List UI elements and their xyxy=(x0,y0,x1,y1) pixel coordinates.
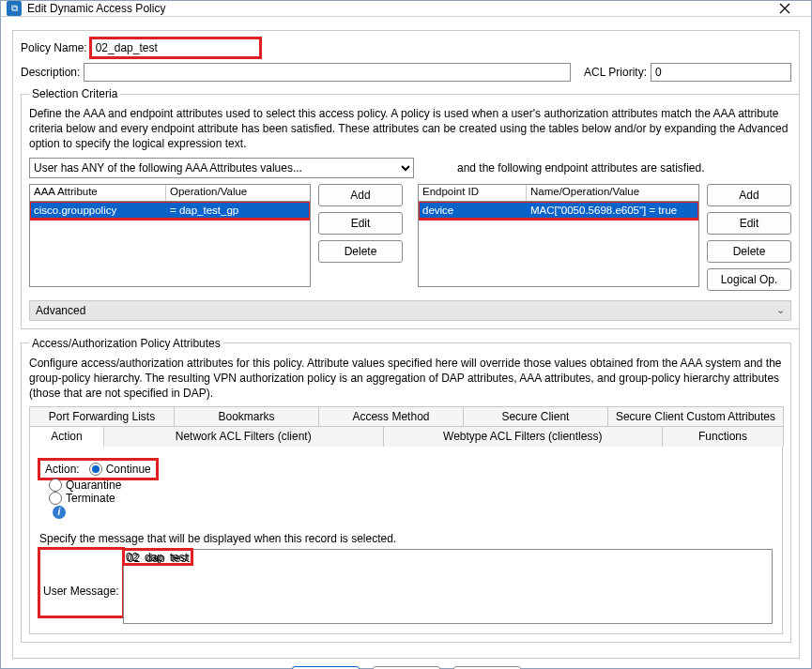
aaa-col-operation: Operation/Value xyxy=(166,185,310,201)
endpoint-logical-op-button[interactable]: Logical Op. xyxy=(707,268,791,291)
user-message-label: User Message: xyxy=(39,549,123,616)
dialog-footer: OK Cancel Help xyxy=(1,666,811,669)
subtab-row2: Action Network ACL Filters (client) Webt… xyxy=(29,426,783,447)
aaa-table-block: AAA Attribute Operation/Value cisco.grou… xyxy=(29,184,403,291)
dialog-window: ⧉ Edit Dynamic Access Policy Policy Name… xyxy=(0,0,812,669)
tab-bookmarks[interactable]: Bookmarks xyxy=(174,406,319,426)
subtab-row1: Port Forwarding Lists Bookmarks Access M… xyxy=(29,406,783,426)
advanced-toggle[interactable]: Advanced ⌄ xyxy=(29,300,791,321)
endpoint-delete-button[interactable]: Delete xyxy=(707,240,791,263)
radio-terminate-label: Terminate xyxy=(66,492,115,505)
endpoint-cell-val: MAC["0050.5698.e605"] = true xyxy=(527,204,698,217)
close-button[interactable] xyxy=(764,1,805,16)
policy-name-input[interactable] xyxy=(91,38,260,57)
endpoint-button-column: Add Edit Delete Logical Op. xyxy=(707,184,791,291)
aaa-attribute-table[interactable]: AAA Attribute Operation/Value cisco.grou… xyxy=(29,184,311,287)
aaa-table-header: AAA Attribute Operation/Value xyxy=(30,185,310,202)
action-label: Action: xyxy=(45,463,80,476)
action-radio-group: Action: Continue xyxy=(39,460,157,479)
tables-row: AAA Attribute Operation/Value cisco.grou… xyxy=(29,184,791,291)
radio-terminate[interactable]: Terminate xyxy=(49,492,773,505)
aaa-edit-button[interactable]: Edit xyxy=(318,212,403,235)
user-message-textarea[interactable] xyxy=(123,549,773,624)
aaa-delete-button[interactable]: Delete xyxy=(318,240,403,263)
radio-dot-icon xyxy=(89,463,102,476)
description-label: Description: xyxy=(21,66,80,79)
tab-secure-client-custom[interactable]: Secure Client Custom Attributes xyxy=(607,406,784,426)
dialog-body: Policy Name: Description: ACL Priority: … xyxy=(1,17,811,666)
help-button[interactable]: Help xyxy=(453,666,521,669)
endpoint-add-button[interactable]: Add xyxy=(707,184,791,206)
aaa-table-row[interactable]: cisco.grouppolicy = dap_test_gp xyxy=(30,202,310,219)
aaa-button-column: Add Edit Delete xyxy=(318,184,403,291)
aaa-col-attribute: AAA Attribute xyxy=(30,185,166,201)
inner-frame: Policy Name: Description: ACL Priority: … xyxy=(12,30,800,659)
endpoint-table-row[interactable]: device MAC["0050.5698.e605"] = true xyxy=(419,202,698,219)
endpoint-col-value: Name/Operation/Value xyxy=(527,185,698,201)
policy-name-row: Policy Name: xyxy=(21,38,791,57)
description-row: Description: ACL Priority: xyxy=(21,63,791,82)
access-auth-legend: Access/Authorization Policy Attributes xyxy=(29,337,223,350)
close-icon xyxy=(779,3,790,14)
endpoint-table-block: Endpoint ID Name/Operation/Value device … xyxy=(418,184,791,291)
access-auth-group: Access/Authorization Policy Attributes C… xyxy=(21,337,791,643)
cancel-button[interactable]: Cancel xyxy=(373,666,440,669)
title-bar: ⧉ Edit Dynamic Access Policy xyxy=(1,1,811,17)
info-icon[interactable]: i xyxy=(53,506,66,519)
tab-functions[interactable]: Functions xyxy=(662,426,784,447)
selection-criteria-description: Define the AAA and endpoint attributes u… xyxy=(29,106,791,152)
policy-name-label: Policy Name: xyxy=(21,41,87,54)
tab-network-acl[interactable]: Network ACL Filters (client) xyxy=(103,426,384,447)
tab-secure-client[interactable]: Secure Client xyxy=(463,406,608,426)
app-icon: ⧉ xyxy=(7,1,22,16)
user-message-row: User Message: 02_dap_test xyxy=(39,549,773,624)
endpoint-table-header: Endpoint ID Name/Operation/Value xyxy=(419,185,698,202)
endpoint-satisfied-label: and the following endpoint attributes ar… xyxy=(457,161,705,175)
selection-criteria-legend: Selection Criteria xyxy=(29,87,120,100)
description-input[interactable] xyxy=(84,63,571,82)
radio-continue[interactable]: Continue xyxy=(89,463,151,476)
acl-priority-input[interactable] xyxy=(651,63,791,82)
endpoint-col-id: Endpoint ID xyxy=(419,185,527,201)
aaa-cell-op: = dap_test_gp xyxy=(166,204,310,217)
selection-criteria-group: Selection Criteria Define the AAA and en… xyxy=(21,87,800,329)
ok-button[interactable]: OK xyxy=(292,666,360,669)
radio-dot-icon xyxy=(49,479,62,492)
radio-dot-icon xyxy=(49,492,62,505)
action-tab-panel: Action: Continue Quarantine Terminate xyxy=(29,446,783,634)
radio-quarantine[interactable]: Quarantine xyxy=(49,479,773,492)
tab-webtype-acl[interactable]: Webtype ACL Filters (clientless) xyxy=(383,426,664,447)
endpoint-edit-button[interactable]: Edit xyxy=(707,212,791,235)
aaa-cell-attr: cisco.grouppolicy xyxy=(30,204,166,217)
user-message-intro: Specify the message that will be display… xyxy=(39,532,773,545)
match-mode-select[interactable]: User has ANY of the following AAA Attrib… xyxy=(29,158,414,178)
endpoint-cell-id: device xyxy=(419,204,527,217)
aaa-add-button[interactable]: Add xyxy=(318,184,403,206)
chevron-down-icon: ⌄ xyxy=(776,304,785,316)
advanced-label: Advanced xyxy=(36,304,85,317)
tab-port-forwarding[interactable]: Port Forwarding Lists xyxy=(29,406,175,426)
tab-action[interactable]: Action xyxy=(29,426,104,447)
acl-priority-label: ACL Priority: xyxy=(584,66,647,79)
radio-continue-label: Continue xyxy=(106,463,151,476)
tab-access-method[interactable]: Access Method xyxy=(318,406,464,426)
endpoint-attribute-table[interactable]: Endpoint ID Name/Operation/Value device … xyxy=(418,184,699,287)
access-auth-description: Configure access/authorization attribute… xyxy=(29,356,783,402)
radio-quarantine-label: Quarantine xyxy=(66,479,121,492)
match-mode-row: User has ANY of the following AAA Attrib… xyxy=(29,158,791,178)
window-title: Edit Dynamic Access Policy xyxy=(27,2,165,15)
